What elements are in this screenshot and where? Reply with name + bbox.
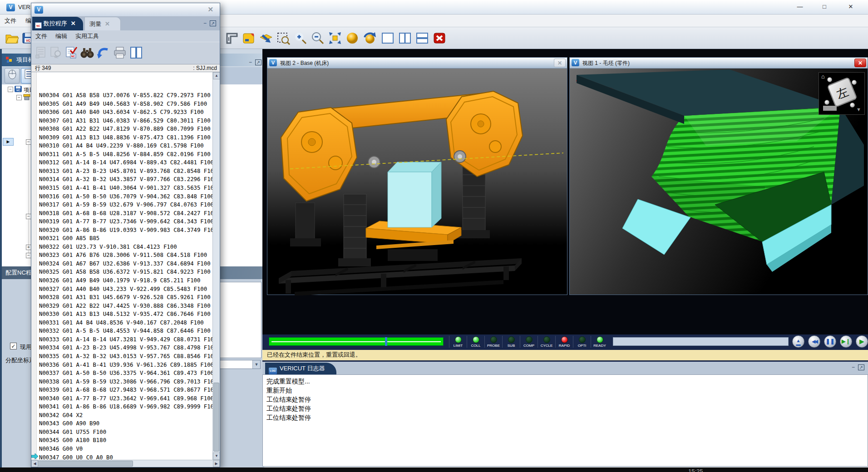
nc-search-icon[interactable]: NC [49,46,62,59]
play-button[interactable]: ▶ [856,335,868,348]
nc-code-line[interactable]: N00314 G01 A-32 B-32 U43.3857 V-897.766 … [37,175,212,184]
nc-code-line[interactable]: N00312 G01 A-14 B-14 U47.6984 V-889.43 C… [37,158,212,167]
nc-code-line[interactable]: N00323 G01 A76 B76 U28.3006 V-911.508 C8… [37,251,212,260]
nc-window-close-button[interactable]: ✕ [207,5,213,14]
nc-code-line[interactable]: N00332 G01 A-5 B-5 U48.4553 V-944.858 C8… [37,327,212,335]
menu-file[interactable]: 文件 [0,15,21,27]
print-icon[interactable] [113,46,126,59]
command-input[interactable] [613,337,789,346]
logger-tab[interactable]: LOGVERICUT 日志器 [265,363,336,374]
split-columns-icon[interactable] [129,46,142,59]
maximize-button[interactable]: □ [814,0,835,14]
viewport-machine-titlebar[interactable]: V 视图 2 - Base (机床) ✕ [267,58,567,69]
nc-code-line[interactable]: N00336 G01 A-41 B-41 U39.936 V-961.326 C… [37,361,212,369]
tree-expander[interactable]: − [8,87,13,92]
two-pane-icon[interactable] [398,31,412,45]
nc-code-area[interactable]: N00304 G01 A58 B58 U37.0076 V-855.822 C7… [31,72,220,460]
nc-code-line[interactable]: N00310 G01 A4 B4 U49.2239 V-880.169 C81.… [37,142,212,150]
open-folder-icon[interactable] [5,31,19,45]
nc-code-line[interactable]: N00317 G01 A-59 B-59 U32.679 V-906.797 C… [37,201,212,209]
nc-menu-edit[interactable]: 编辑 [51,30,71,40]
nc-code-line[interactable]: N00338 G01 A-59 B-59 U32.3086 V-966.796 … [37,378,212,386]
horizontal-scroll-thumb[interactable] [38,461,133,467]
chevron-down-icon[interactable]: ▼ [252,360,260,369]
viewport-close-button[interactable]: ✕ [854,59,866,67]
zoom-in-icon[interactable] [293,31,308,45]
viewport-stock-titlebar[interactable]: V 视图 1 - 毛坯 (零件) ✕ [570,58,868,69]
annotation-icon[interactable] [242,31,256,45]
nc-code-line[interactable]: N00329 G01 A22 B22 U47.4425 V-930.888 C8… [37,302,212,310]
nc-code-line[interactable]: N00339 G01 A-68 B-68 U27.9483 V-968.571 … [37,386,212,394]
orientation-cube-widget[interactable]: ⌂ 左 ▼ [819,72,865,115]
nc-code-line[interactable]: N00304 G01 A58 B58 U37.0076 V-855.822 C7… [37,91,212,100]
nc-code-line[interactable]: N00333 G01 A-14 B-14 U47.3281 V-949.429 … [37,335,212,344]
nc-code-line[interactable]: N00315 G01 A-41 B-41 U40.3064 V-901.327 … [37,184,212,192]
split-pane-icon[interactable] [415,31,429,45]
nc-code-line[interactable]: N00313 G01 A-23 B-23 U45.8701 V-893.768 … [37,167,212,176]
nc-code-line[interactable]: N00343 G00 A90 B90 [37,419,212,428]
export-surface-icon[interactable] [259,31,273,45]
minimize-button[interactable]: — [789,0,811,14]
nc-code-line[interactable]: N00321 G00 A85 B85 [37,234,212,243]
tree-expander[interactable]: − [16,95,22,100]
nc-menu-utilities[interactable]: 实用工具 [71,30,103,40]
step-button[interactable]: ▶❙ [840,335,852,348]
nc-code-line[interactable]: N00318 G01 A-68 B-68 U28.3187 V-908.572 … [37,209,212,218]
progress-marker[interactable] [385,337,387,346]
nc-code-line[interactable]: N00328 G01 A31 B31 U45.6679 V-926.528 C8… [37,293,212,302]
nc-code-line[interactable]: N00320 G01 A-86 B-86 U19.0393 V-909.983 … [37,226,212,235]
nc-code-line[interactable]: N00307 G01 A31 B31 U46.0383 V-866.529 C8… [37,117,212,125]
home-view-icon[interactable]: ⌂ [821,73,825,80]
vertical-scroll-thumb[interactable] [213,383,219,452]
vertical-scrollbar[interactable]: ▲ ▼ [212,72,220,460]
scroll-right-arrow[interactable]: ▶ [213,460,220,467]
scroll-left-arrow[interactable]: ◀ [31,460,38,467]
nc-code-line[interactable]: N00346 G00 V0 [37,445,212,453]
zoom-out-icon[interactable] [311,31,325,45]
nc-program-window[interactable]: V ✕ NC 数控程序✕ 测量✕ − ↗ 文件编辑实用工具 NC NC [31,3,220,467]
rewind-button[interactable]: ◀◀ [808,335,820,348]
nc-code-line[interactable]: N00337 G01 A-50 B-50 U36.3375 V-964.361 … [37,369,212,378]
tab-close-icon[interactable]: ✕ [105,20,110,27]
nc-code-line[interactable]: N00322 G01 U23.73 V-910.381 C84.4123 F10… [37,243,212,251]
viewport-machine[interactable]: V 视图 2 - Base (机床) ✕ [267,57,567,295]
nc-code-line[interactable]: N00342 G04 X2 [37,411,212,420]
tab-nc-program[interactable]: NC 数控程序✕ [32,17,83,30]
nc-code-line[interactable]: N00319 G01 A-77 B-77 U23.7346 V-909.642 … [37,217,212,226]
find-binoculars-icon[interactable] [80,46,93,59]
nc-code-line[interactable]: N00306 G01 A40 B40 U43.6034 V-862.5 C79.… [37,108,212,117]
current-node-marker[interactable]: ▶ [3,138,14,146]
nc-code-line[interactable]: N00316 G01 A-50 B-50 U36.7079 V-904.362 … [37,192,212,201]
nc-code-line[interactable]: N00324 G01 A67 B67 U32.6386 V-913.337 C8… [37,260,212,268]
nc-code-line[interactable]: N00344 G01 U755 F100 [37,428,212,437]
fit-view-icon[interactable] [328,31,342,45]
nc-code-line[interactable]: N00334 G01 A-23 B-23 U45.4998 V-953.767 … [37,344,212,352]
tab-measure[interactable]: 测量✕ [84,17,121,30]
viewport-close-button[interactable]: ✕ [554,59,566,67]
nc-code-line[interactable]: N00325 G01 A58 B58 U36.6372 V-915.821 C8… [37,268,212,276]
viewport-machine-scene[interactable] [267,69,567,295]
single-pane-icon[interactable] [380,31,395,45]
cube-menu-arrow-icon[interactable]: ▼ [856,107,861,112]
viewport-stock-scene[interactable]: ⌂ 左 ▼ [570,69,868,295]
calipers-icon[interactable] [225,31,239,45]
nc-code-line[interactable]: N00330 G01 A13 B13 U48.5132 V-935.472 C8… [37,310,212,319]
nc-code-line[interactable]: N00345 G00 A180 B180 [37,436,212,445]
rotate-view-icon[interactable] [362,31,377,45]
nc-window-titlebar[interactable]: V ✕ [31,3,220,17]
nc-code-line[interactable]: N00340 G01 A-77 B-77 U23.3642 V-969.641 … [37,394,212,403]
mouse-mode-button[interactable] [5,68,20,84]
cube-option-button[interactable] [823,106,837,111]
nc-code-line[interactable]: N00341 G01 A-86 B-86 U18.6689 V-969.982 … [37,403,212,411]
nc-check-icon[interactable]: NC [65,46,78,59]
pause-button[interactable]: ❚❚ [824,335,836,348]
scroll-down-arrow[interactable]: ▼ [213,452,220,460]
nc-code-line[interactable]: N00326 G01 A49 B49 U40.1979 V-918.9 C85.… [37,276,212,285]
close-view-icon[interactable] [432,31,447,45]
nc-code-line[interactable]: N00331 G01 A4 B4 U48.8536 V-940.167 C87.… [37,319,212,327]
nc-code-line[interactable]: N00327 G01 A40 B40 U43.233 V-922.499 C85… [37,285,212,294]
nc-window-minimize-undock-icons[interactable]: − ↗ [203,20,216,26]
zoom-window-icon[interactable] [276,31,291,45]
viewport-stock[interactable]: V 视图 1 - 毛坯 (零件) ✕ [569,57,868,295]
nc-code-line[interactable]: N00311 G01 A-5 B-5 U48.8256 V-884.859 C8… [37,150,212,159]
